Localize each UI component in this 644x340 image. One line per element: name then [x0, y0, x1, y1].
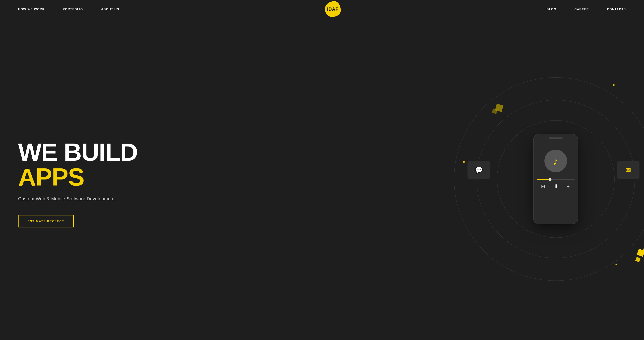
- nav-how-we-work[interactable]: HOW WE WORK: [18, 7, 45, 11]
- music-note-icon: ♪: [553, 155, 558, 167]
- phone-mockup: ··· ♪ ⏮ ⏸ ⏭: [533, 134, 578, 224]
- email-icon: ✉: [626, 166, 631, 174]
- hero-section: WE BUILD APPS Custom Web & Mobile Softwa…: [0, 18, 644, 340]
- nav-contacts[interactable]: CONTACTS: [607, 7, 626, 11]
- hero-illustration: ··· ♪ ⏮ ⏸ ⏭ 💬 ✉: [454, 77, 644, 281]
- email-card: ✉: [617, 161, 640, 179]
- deco-dot-4: [616, 264, 617, 265]
- hero-subtitle: Custom Web & Mobile Software Development: [18, 196, 170, 201]
- hero-title-white: WE BUILD: [18, 138, 138, 166]
- phone-screen: ··· ♪ ⏮ ⏸ ⏭: [534, 139, 578, 220]
- logo[interactable]: IDAP: [325, 1, 341, 17]
- pause-button[interactable]: ⏸: [553, 183, 558, 189]
- deco-dot-1: [613, 84, 614, 86]
- nav-career[interactable]: CAREER: [574, 7, 589, 11]
- nav-right: BLOG CAREER CONTACTS: [546, 7, 626, 11]
- hero-title-yellow: APPS: [18, 163, 84, 191]
- hero-title: WE BUILD APPS: [18, 140, 170, 189]
- nav-portfolio[interactable]: PORTFOLIO: [63, 7, 83, 11]
- nav-about-us[interactable]: ABOUT US: [101, 7, 119, 11]
- nav-left: HOW WE WORK PORTFOLIO ABOUT US: [18, 7, 119, 11]
- chat-card: 💬: [468, 161, 490, 179]
- prev-button[interactable]: ⏮: [541, 184, 545, 189]
- progress-thumb: [549, 178, 552, 181]
- chat-icon: 💬: [475, 166, 483, 174]
- hero-content: WE BUILD APPS Custom Web & Mobile Softwa…: [0, 131, 170, 227]
- music-album-art: ♪: [544, 150, 567, 172]
- music-progress-bar[interactable]: [537, 179, 574, 180]
- next-button[interactable]: ⏭: [566, 184, 570, 189]
- player-controls: ⏮ ⏸ ⏭: [537, 183, 574, 189]
- music-progress-fill: [537, 179, 550, 180]
- deco-dot-5: [463, 161, 465, 163]
- navbar: HOW WE WORK PORTFOLIO ABOUT US IDAP BLOG…: [0, 0, 644, 18]
- phone-notch: [549, 137, 562, 139]
- phone-menu-dots: ···: [570, 144, 574, 147]
- nav-blog[interactable]: BLOG: [546, 7, 556, 11]
- estimate-project-button[interactable]: ESTIMATE PROJECT: [18, 215, 74, 227]
